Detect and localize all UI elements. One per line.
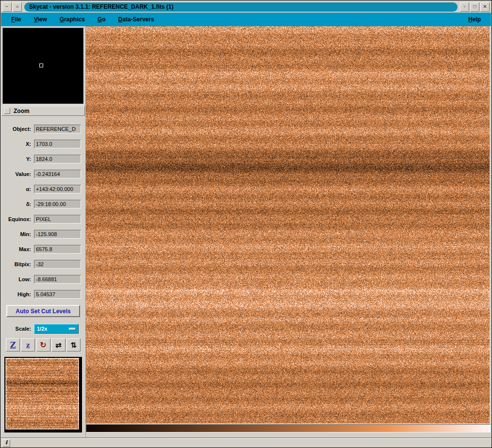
equinox-entry[interactable]: PIXEL [34, 215, 81, 224]
zoom-preview [2, 28, 84, 104]
info-button[interactable]: i [2, 439, 10, 447]
min-entry[interactable]: -125.908 [34, 230, 81, 239]
ra-label: α: [2, 186, 34, 192]
field-row-ra: α: +143:42:00.000 [1, 181, 85, 196]
colorbar-gradient [86, 425, 490, 432]
rotate-icon: ↻ [40, 340, 46, 350]
field-row-low: Low: -8.66881 [1, 272, 85, 287]
field-row-x: X: 1703.0 [1, 136, 85, 151]
field-row-dec: δ: -29:18:00.00 [1, 196, 85, 211]
low-entry[interactable]: -8.66881 [34, 275, 81, 284]
scale-dropdown[interactable]: 1/2x [34, 324, 79, 334]
menu-go[interactable]: Go [91, 14, 112, 25]
maximize-button[interactable]: □ [470, 2, 479, 12]
info-panel: Object: REFERENCE_D X: 1703.0 Y: 1824.0 … [1, 116, 85, 302]
menu-file[interactable]: File [5, 14, 28, 25]
skycat-window: − ○ Skycat - version 3.1.1: REFERENCE_DA… [0, 0, 492, 448]
dec-entry[interactable]: -29:18:00.00 [34, 200, 81, 208]
field-row-high: High: 5.04537 [1, 287, 85, 302]
titlebar-capsule[interactable]: Skycat - version 3.1.1: REFERENCE_DARK_1… [24, 2, 458, 12]
zoom-checkbox[interactable] [4, 108, 10, 114]
zoom-in-icon: Z [10, 340, 16, 350]
scale-label: Scale: [2, 326, 34, 332]
auto-set-cut-levels-button[interactable]: Auto Set Cut Levels [6, 305, 80, 317]
dropdown-indicator-icon [69, 328, 76, 330]
scale-row: Scale: 1/2x [1, 324, 85, 334]
max-label: Max: [2, 246, 34, 252]
pan-window[interactable] [4, 357, 82, 432]
low-label: Low: [2, 276, 34, 282]
field-row-value: Value: -0.243164 [1, 166, 85, 181]
zoom-out-icon: z [26, 341, 30, 349]
window-menu-button[interactable]: − [2, 2, 12, 12]
menubar: File View Graphics Go Data-Servers Help [1, 13, 491, 26]
x-entry[interactable]: 1703.0 [34, 140, 81, 148]
close-button[interactable]: ✕ [480, 2, 490, 12]
field-row-object: Object: REFERENCE_D [1, 121, 85, 136]
flip-x-icon: ⇄ [55, 341, 62, 350]
iconify-button[interactable]: ▫ [460, 2, 469, 12]
field-row-max: Max: 6575.8 [1, 241, 85, 256]
y-entry[interactable]: 1824.0 [34, 155, 81, 163]
min-label: Min: [2, 231, 34, 237]
menu-graphics[interactable]: Graphics [53, 14, 91, 25]
zoom-label: Zoom [14, 108, 30, 114]
value-label: Value: [2, 171, 34, 177]
zoom-marker-square [39, 64, 43, 67]
colorbar [86, 424, 491, 432]
field-row-bitpix: Bitpix: -32 [1, 256, 85, 272]
equinox-label: Equinox: [2, 216, 34, 222]
value-entry[interactable]: -0.243164 [34, 170, 81, 178]
object-entry[interactable]: REFERENCE_D [34, 125, 81, 133]
bitpix-entry[interactable]: -32 [34, 260, 81, 269]
control-panel: Zoom Object: REFERENCE_D X: 1703.0 Y: 18… [1, 26, 86, 438]
zoom-toolbar: Z z ↻ ⇄ ⇅ [1, 338, 85, 352]
flip-y-button[interactable]: ⇅ [66, 338, 81, 352]
flip-x-button[interactable]: ⇄ [51, 338, 66, 352]
zoom-in-button[interactable]: Z [6, 338, 20, 352]
menu-data-servers[interactable]: Data-Servers [112, 14, 161, 25]
rotate-button[interactable]: ↻ [36, 338, 50, 352]
flip-y-icon: ⇅ [70, 341, 77, 350]
field-row-min: Min: -125.908 [1, 226, 85, 241]
dec-label: δ: [2, 201, 34, 207]
pan-thumbnail[interactable] [5, 358, 79, 430]
image-viewport[interactable] [86, 26, 490, 423]
zoom-out-button[interactable]: z [21, 338, 35, 352]
high-entry[interactable]: 5.04537 [34, 290, 81, 299]
window-shade-button[interactable]: ○ [13, 2, 22, 12]
object-label: Object: [2, 126, 34, 132]
max-entry[interactable]: 6575.8 [34, 245, 81, 254]
field-row-y: Y: 1824.0 [1, 151, 85, 166]
bitpix-label: Bitpix: [2, 261, 34, 267]
ra-entry[interactable]: +143:42:00.000 [34, 185, 81, 193]
x-label: X: [2, 141, 34, 147]
high-label: High: [2, 291, 34, 297]
scale-value: 1/2x [37, 326, 47, 332]
menu-view[interactable]: View [28, 14, 53, 25]
zoom-toggle-bar[interactable]: Zoom [1, 106, 85, 116]
fits-image-canvas[interactable] [86, 26, 490, 423]
y-label: Y: [2, 156, 34, 162]
field-row-equinox: Equinox: PIXEL [1, 211, 85, 226]
statusbar: i [1, 438, 491, 447]
window-title: Skycat - version 3.1.1: REFERENCE_DARK_1… [29, 3, 173, 10]
titlebar[interactable]: − ○ Skycat - version 3.1.1: REFERENCE_DA… [1, 1, 491, 13]
menu-help[interactable]: Help [462, 14, 487, 25]
